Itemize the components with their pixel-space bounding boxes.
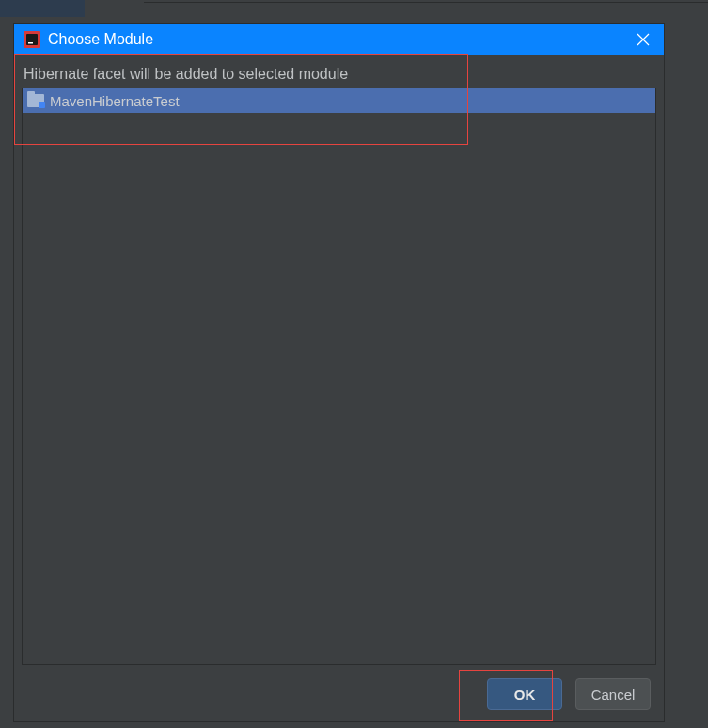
module-name-label: MavenHibernateTest [50,93,180,109]
background-tab [0,0,85,17]
intellij-app-icon [24,31,40,48]
module-list[interactable]: MavenHibernateTest [22,88,656,665]
dialog-body: Hibernate facet will be added to selecte… [14,55,664,721]
module-folder-icon [27,94,44,107]
dialog-title: Choose Module [48,31,624,48]
module-list-item[interactable]: MavenHibernateTest [23,88,655,113]
info-label: Hibernate facet will be added to selecte… [22,62,656,88]
dialog-button-bar: OK Cancel [22,665,656,710]
choose-module-dialog: Choose Module Hibernate facet will be ad… [13,23,665,722]
close-icon[interactable] [632,28,654,51]
cancel-button[interactable]: Cancel [575,678,651,710]
svg-rect-2 [28,42,33,44]
ok-button[interactable]: OK [487,678,562,710]
background-border [144,2,708,3]
dialog-titlebar: Choose Module [14,24,664,55]
